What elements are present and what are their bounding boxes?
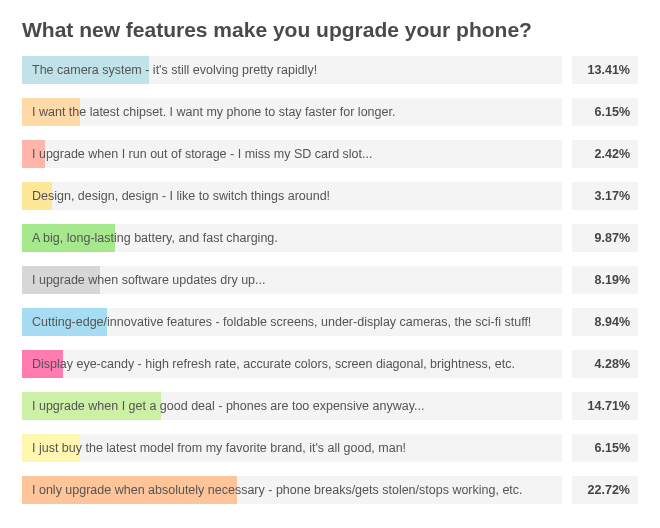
poll-option-label: A big, long-lasting battery, and fast ch… <box>32 224 278 252</box>
poll-bar[interactable]: The camera system - it's still evolving … <box>22 56 562 84</box>
poll-bar[interactable]: I only upgrade when absolutely necessary… <box>22 476 562 504</box>
poll-bar[interactable]: Cutting-edge/innovative features - folda… <box>22 308 562 336</box>
poll-row: I just buy the latest model from my favo… <box>22 434 638 462</box>
poll-row: I upgrade when software updates dry up..… <box>22 266 638 294</box>
poll-percent: 6.15% <box>572 434 638 462</box>
poll-bar[interactable]: I just buy the latest model from my favo… <box>22 434 562 462</box>
poll-bar[interactable]: I want the latest chipset. I want my pho… <box>22 98 562 126</box>
poll-percent: 3.17% <box>572 182 638 210</box>
poll-row: Cutting-edge/innovative features - folda… <box>22 308 638 336</box>
poll-option-label: I upgrade when software updates dry up..… <box>32 266 265 294</box>
poll-row: A big, long-lasting battery, and fast ch… <box>22 224 638 252</box>
poll-row: I want the latest chipset. I want my pho… <box>22 98 638 126</box>
poll-bar[interactable]: I upgrade when I get a good deal - phone… <box>22 392 562 420</box>
poll-option-label: I want the latest chipset. I want my pho… <box>32 98 395 126</box>
poll-percent: 6.15% <box>572 98 638 126</box>
poll-row: Design, design, design - I like to switc… <box>22 182 638 210</box>
poll-row: I only upgrade when absolutely necessary… <box>22 476 638 504</box>
poll-percent: 9.87% <box>572 224 638 252</box>
poll-bar[interactable]: Display eye-candy - high refresh rate, a… <box>22 350 562 378</box>
poll-percent: 13.41% <box>572 56 638 84</box>
poll-percent: 14.71% <box>572 392 638 420</box>
poll-option-label: The camera system - it's still evolving … <box>32 56 317 84</box>
poll-option-label: I just buy the latest model from my favo… <box>32 434 406 462</box>
poll-option-label: I upgrade when I run out of storage - I … <box>32 140 372 168</box>
poll-container: What new features make you upgrade your … <box>0 0 660 528</box>
poll-bar[interactable]: Design, design, design - I like to switc… <box>22 182 562 210</box>
poll-row: I upgrade when I get a good deal - phone… <box>22 392 638 420</box>
poll-percent: 2.42% <box>572 140 638 168</box>
poll-option-label: I only upgrade when absolutely necessary… <box>32 476 523 504</box>
poll-option-label: Design, design, design - I like to switc… <box>32 182 330 210</box>
poll-row: Display eye-candy - high refresh rate, a… <box>22 350 638 378</box>
poll-row: I upgrade when I run out of storage - I … <box>22 140 638 168</box>
poll-percent: 8.94% <box>572 308 638 336</box>
poll-bar[interactable]: I upgrade when software updates dry up..… <box>22 266 562 294</box>
poll-percent: 4.28% <box>572 350 638 378</box>
poll-option-label: Display eye-candy - high refresh rate, a… <box>32 350 515 378</box>
poll-option-label: I upgrade when I get a good deal - phone… <box>32 392 424 420</box>
poll-bar[interactable]: I upgrade when I run out of storage - I … <box>22 140 562 168</box>
poll-bar[interactable]: A big, long-lasting battery, and fast ch… <box>22 224 562 252</box>
poll-percent: 8.19% <box>572 266 638 294</box>
poll-row: The camera system - it's still evolving … <box>22 56 638 84</box>
poll-option-label: Cutting-edge/innovative features - folda… <box>32 308 531 336</box>
poll-title: What new features make you upgrade your … <box>22 18 638 42</box>
poll-bars: The camera system - it's still evolving … <box>22 56 638 504</box>
poll-percent: 22.72% <box>572 476 638 504</box>
